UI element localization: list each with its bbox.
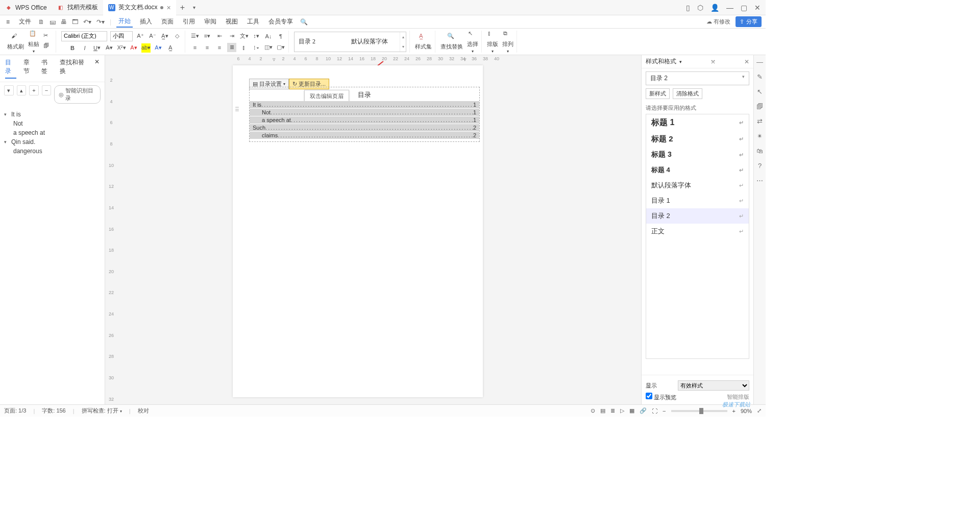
tab-add-button[interactable]: + — [176, 3, 189, 12]
menu-tools[interactable]: 工具 — [245, 16, 261, 27]
change-case-icon[interactable]: A̲▾ — [160, 32, 169, 41]
outline-view-icon[interactable]: ≣ — [610, 407, 615, 414]
arrange-button[interactable]: ⧉排列▾ — [502, 30, 513, 54]
user-icon[interactable]: 👤 — [710, 4, 719, 12]
outline-child[interactable]: dangerous — [13, 147, 101, 156]
bullets-button[interactable]: ☰▾ — [190, 32, 200, 41]
print-icon[interactable]: 🖴 — [50, 18, 56, 26]
pin-icon[interactable]: ⤧ — [710, 58, 716, 65]
pencil-icon[interactable]: ✎ — [757, 73, 763, 81]
indent-button[interactable]: ⇥ — [227, 32, 236, 41]
paste-button[interactable]: 📋粘贴▾ — [28, 30, 39, 54]
web-layout-icon[interactable]: ▦ — [629, 407, 634, 414]
style-item[interactable]: 目录 1↵ — [646, 193, 749, 208]
textdir-button[interactable]: 文▾ — [239, 32, 249, 41]
cut-button[interactable]: ✂🗐 — [43, 32, 53, 52]
status-words[interactable]: 字数: 156 — [42, 407, 65, 415]
format-brush-button[interactable]: 🖌格式刷 — [7, 33, 24, 51]
undo-icon[interactable]: ↶▾ — [83, 18, 91, 26]
border-button[interactable]: ▢▾ — [276, 43, 285, 52]
shading-button[interactable]: A̲ — [166, 43, 175, 53]
tab-close-button[interactable]: × — [166, 4, 170, 12]
align-dist-button[interactable]: ⫿ — [239, 43, 249, 52]
minus-button[interactable]: − — [42, 85, 52, 95]
menu-vip[interactable]: 会员专享 — [266, 16, 295, 27]
swap-icon[interactable]: ⇄ — [757, 117, 763, 125]
search-icon[interactable]: 🔍 — [300, 18, 308, 26]
bold-button[interactable]: B — [68, 43, 77, 53]
align-justify-button[interactable]: ≣ — [227, 43, 236, 52]
strike-button[interactable]: A̶▾ — [105, 43, 114, 53]
underline-button[interactable]: U▾ — [92, 43, 102, 53]
indent-marker-icon[interactable]: ▿ — [268, 56, 280, 63]
left-tab-bookmark[interactable]: 书签 — [41, 58, 53, 79]
clear-format-button[interactable]: 清除格式 — [673, 88, 702, 99]
menu-page[interactable]: 页面 — [159, 16, 176, 27]
panel-icon[interactable]: ▯ — [686, 4, 690, 12]
menu-home[interactable]: 开始 — [116, 16, 133, 28]
fullscreen-icon[interactable]: ⤢ — [757, 407, 762, 414]
redo-icon[interactable]: ↷▾ — [96, 18, 105, 26]
style-item[interactable]: 默认段落字体↵ — [646, 178, 749, 193]
close-window-button[interactable]: ✕ — [754, 4, 761, 12]
clipboard-rail-icon[interactable]: 🗐 — [756, 103, 763, 110]
outline-child[interactable]: Not — [13, 119, 101, 128]
grow-font-icon[interactable]: A⁺ — [136, 32, 145, 41]
toc-line[interactable]: Such ...................................… — [250, 124, 479, 131]
zoom-in-button[interactable]: + — [732, 408, 736, 414]
drag-handle-icon[interactable]: ⠿ — [235, 106, 239, 113]
italic-button[interactable]: I — [80, 43, 89, 53]
menu-review[interactable]: 审阅 — [202, 16, 218, 27]
status-proof[interactable]: 校对 — [138, 407, 149, 415]
zoom-fit-icon[interactable]: ⛶ — [652, 408, 657, 414]
help-icon[interactable]: ? — [758, 162, 762, 170]
collapse-rail-button[interactable]: — — [756, 58, 763, 66]
share-button[interactable]: ⇪分享 — [736, 16, 762, 27]
toc-line[interactable]: claims .................................… — [250, 132, 479, 139]
font-select[interactable] — [61, 31, 107, 41]
tab-document[interactable]: W 英文文档.docx × — [103, 0, 176, 15]
style-item[interactable]: 标题 2↵ — [646, 131, 749, 147]
plus-button[interactable]: + — [29, 85, 39, 95]
tab-template[interactable]: ◧ 找稻壳模板 — [52, 0, 103, 15]
toc-block[interactable]: 目录 It is ...............................… — [249, 87, 480, 142]
focus-mode-icon[interactable]: ⊙ — [591, 407, 595, 414]
layout-button[interactable]: ⫿排版▾ — [487, 30, 498, 54]
left-tab-find[interactable]: 查找和替换 — [60, 58, 87, 79]
align-left-button[interactable]: ≡ — [190, 43, 200, 52]
linespacing-button[interactable]: ↕▾ — [252, 32, 261, 41]
numbers-button[interactable]: ≡▾ — [203, 32, 212, 41]
fontcolor-button[interactable]: A▾ — [129, 43, 138, 53]
page[interactable]: ▤目录设置▾ ↻更新目录... 双击编辑页眉 ⠿ 目录 It is ......… — [233, 65, 483, 397]
read-mode-icon[interactable]: ▷ — [620, 407, 624, 414]
new-style-button[interactable]: 新样式 — [646, 88, 670, 99]
align-right-button[interactable]: ≡ — [215, 43, 224, 52]
find-replace-button[interactable]: 🔍查找替换 — [440, 33, 463, 51]
status-page[interactable]: 页面: 1/3 — [4, 407, 26, 415]
save-icon[interactable]: 🗎 — [38, 18, 44, 26]
margin-marker-icon[interactable]: ▿ — [459, 56, 471, 63]
fill-button[interactable]: ◫▾ — [264, 43, 273, 52]
status-spell[interactable]: 拼写检查: 打开 ▾ — [82, 407, 122, 415]
menu-view[interactable]: 视图 — [224, 16, 240, 27]
style-scroll[interactable]: ▴▾ — [400, 32, 406, 52]
file-menu[interactable]: 文件 — [17, 16, 33, 27]
style-item[interactable]: 标题 4↵ — [646, 162, 749, 178]
print2-icon[interactable]: 🖶 — [61, 18, 67, 26]
style-item[interactable]: 正文↵ — [646, 224, 749, 239]
current-style-box[interactable]: 目录 2▾ — [646, 71, 749, 85]
zoom-slider[interactable] — [671, 410, 727, 412]
clear-format-icon[interactable]: ◇ — [173, 32, 182, 41]
print-layout-icon[interactable]: ▤ — [600, 407, 605, 414]
toc-line[interactable]: a speech at ............................… — [250, 116, 479, 124]
zoom-value[interactable]: 90% — [741, 408, 752, 414]
highlight-button[interactable]: ab▾ — [141, 43, 151, 53]
tab-app[interactable]: ◆ WPS Office — [0, 0, 52, 15]
style-item[interactable]: 目录 2↵ — [646, 208, 749, 224]
preview-checkbox[interactable]: 显示预览 — [646, 393, 676, 401]
up-button[interactable]: ▴ — [17, 85, 27, 95]
smart-toc-button[interactable]: ◎智能识别目录 — [54, 85, 101, 104]
show-marks-button[interactable]: ¶ — [276, 32, 285, 41]
outline-child[interactable]: a speech at — [13, 128, 101, 137]
box-icon[interactable]: ⬡ — [697, 4, 703, 12]
